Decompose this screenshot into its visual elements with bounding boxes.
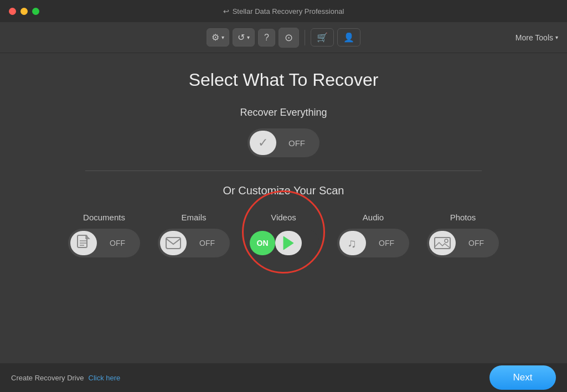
- divider: [85, 171, 482, 171]
- audio-label: Audio: [363, 213, 384, 222]
- recover-everything-toggle[interactable]: ✓ OFF: [248, 128, 319, 157]
- svg-rect-7: [435, 238, 450, 249]
- toggle-knob: ✓: [250, 131, 276, 155]
- audio-toggle[interactable]: ♫ OFF: [337, 229, 409, 257]
- bottom-left: Create Recovery Drive Click here: [11, 374, 120, 382]
- svg-point-8: [445, 239, 448, 243]
- title-bar: ↩ Stellar Data Recovery Professional: [0, 0, 567, 22]
- bottom-bar: Create Recovery Drive Click here Next: [0, 363, 567, 392]
- click-here-link[interactable]: Click here: [89, 374, 121, 382]
- photos-toggle[interactable]: OFF: [427, 229, 499, 257]
- toggle-off-label: OFF: [276, 138, 317, 148]
- settings-arrow-icon: ▾: [221, 34, 224, 40]
- help-button[interactable]: ?: [258, 29, 275, 47]
- photos-icon: [429, 231, 456, 255]
- checkmark-icon: ✓: [258, 136, 268, 150]
- emails-icon: [160, 231, 187, 255]
- scan-icon: ⊙: [285, 32, 293, 44]
- page-title: Select What To Recover: [189, 70, 379, 90]
- photos-label: Photos: [450, 213, 476, 222]
- main-content: Select What To Recover Recover Everythin…: [0, 53, 567, 363]
- category-photos: Photos OFF: [427, 213, 499, 257]
- svg-text:♫: ♫: [347, 236, 357, 250]
- toolbar-divider: [305, 30, 305, 45]
- title-back-icon: ↩: [223, 7, 229, 16]
- documents-icon: [70, 231, 97, 255]
- next-button[interactable]: Next: [489, 365, 556, 390]
- scan-button[interactable]: ⊙: [279, 28, 299, 48]
- emails-label: Emails: [181, 213, 206, 222]
- category-videos-wrapper: Videos ON: [248, 213, 319, 257]
- user-icon: 👤: [343, 33, 354, 42]
- videos-on-label: ON: [250, 231, 275, 255]
- category-videos: Videos ON: [248, 213, 319, 257]
- settings-button[interactable]: ⚙ ▾: [207, 28, 229, 47]
- category-audio: Audio ♫ OFF: [337, 213, 409, 257]
- cart-icon: 🛒: [317, 33, 328, 42]
- emails-toggle[interactable]: OFF: [158, 229, 230, 257]
- more-tools-label: More Tools: [516, 33, 553, 42]
- close-button[interactable]: [9, 8, 16, 15]
- category-emails: Emails OFF: [158, 213, 230, 257]
- videos-label: Videos: [271, 213, 296, 222]
- videos-toggle[interactable]: ON: [248, 229, 319, 257]
- emails-off-label: OFF: [187, 239, 228, 247]
- toolbar: ⚙ ▾ ↺ ▾ ? ⊙ 🛒 👤 More Tools ▾: [0, 22, 567, 53]
- videos-icon: [275, 231, 302, 255]
- documents-off-label: OFF: [97, 239, 138, 247]
- audio-icon: ♫: [339, 231, 366, 255]
- create-recovery-label: Create Recovery Drive: [11, 374, 84, 382]
- photos-off-label: OFF: [456, 239, 497, 247]
- user-button[interactable]: 👤: [337, 28, 360, 47]
- history-arrow-icon: ▾: [247, 34, 250, 40]
- svg-marker-5: [284, 236, 293, 250]
- categories-row: Documents OFF Emails: [68, 213, 499, 257]
- app-title: ↩ Stellar Data Recovery Professional: [223, 7, 344, 16]
- minimize-button[interactable]: [20, 8, 28, 15]
- more-tools-arrow-icon: ▾: [555, 34, 558, 40]
- recover-everything-label: Recover Everything: [240, 107, 327, 118]
- customize-scan-label: Or Customize Your Scan: [223, 184, 344, 197]
- app-title-text: Stellar Data Recovery Professional: [233, 7, 344, 16]
- documents-toggle[interactable]: OFF: [68, 229, 140, 257]
- more-tools-button[interactable]: More Tools ▾: [516, 33, 558, 42]
- category-documents: Documents OFF: [68, 213, 140, 257]
- help-icon: ?: [264, 33, 269, 43]
- svg-rect-4: [166, 238, 181, 249]
- settings-icon: ⚙: [212, 32, 219, 43]
- documents-label: Documents: [83, 213, 125, 222]
- history-button[interactable]: ↺ ▾: [233, 28, 255, 47]
- traffic-lights: [9, 8, 39, 15]
- maximize-button[interactable]: [32, 8, 39, 15]
- history-icon: ↺: [238, 32, 245, 43]
- toolbar-icons: ⚙ ▾ ↺ ▾ ? ⊙ 🛒 👤: [207, 28, 360, 48]
- cart-button[interactable]: 🛒: [311, 28, 334, 47]
- audio-off-label: OFF: [366, 239, 407, 247]
